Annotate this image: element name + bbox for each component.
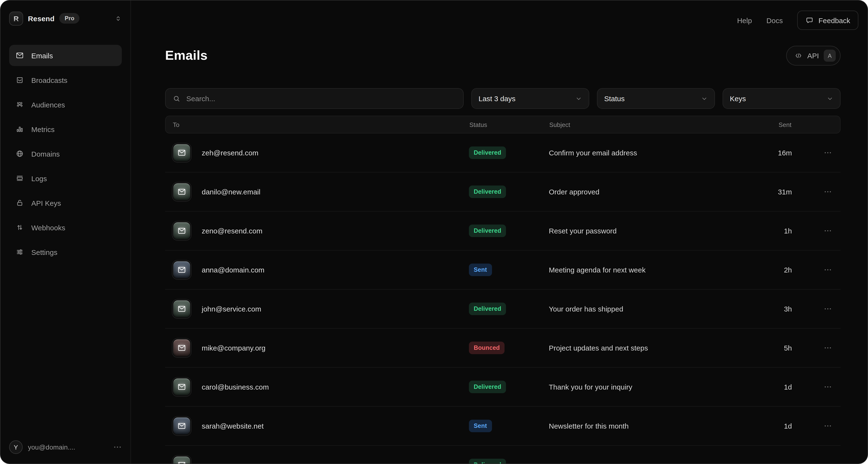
email-subject: Order approved	[549, 188, 599, 196]
table-row[interactable]: zeno@resend.comDeliveredReset your passw…	[165, 211, 841, 251]
sidebar-item-audiences[interactable]: Audiences	[9, 94, 122, 115]
email-envelope-icon	[172, 143, 191, 162]
sidebar-item-settings[interactable]: Settings	[9, 241, 122, 263]
sent-time: 3h	[784, 305, 792, 313]
main-area: Help Docs Feedback Emails API A	[131, 0, 868, 464]
status-badge: Delivered	[469, 381, 506, 393]
user-menu-button[interactable]	[113, 443, 122, 452]
recipient-email: john@service.com	[202, 305, 261, 313]
table-row[interactable]: mike@company.orgBouncedProject updates a…	[165, 328, 841, 368]
topbar: Help Docs Feedback	[737, 10, 858, 30]
recipient-email: sarah@website.net	[202, 422, 264, 430]
row-menu-button[interactable]	[824, 227, 833, 235]
row-menu-button[interactable]	[824, 344, 833, 352]
chevron-down-icon	[701, 95, 708, 102]
chevron-down-icon	[827, 95, 833, 102]
feedback-button[interactable]: Feedback	[797, 10, 858, 30]
chevron-updown-icon	[115, 15, 122, 22]
status-filter[interactable]: Status	[597, 88, 715, 109]
row-menu-button[interactable]	[824, 383, 833, 391]
emails-table: To Status Subject Sent zeh@resend.comDel…	[165, 116, 841, 464]
feedback-button-label: Feedback	[818, 16, 850, 24]
recipient-email: zeh@resend.com	[202, 149, 258, 157]
arrows-icon	[16, 223, 24, 232]
table-row[interactable]: Delivered	[165, 446, 841, 464]
keys-filter[interactable]: Keys	[723, 88, 841, 109]
date-range-filter-label: Last 3 days	[478, 94, 515, 103]
api-button[interactable]: API A	[786, 46, 841, 65]
sidebar-item-metrics[interactable]: Metrics	[9, 119, 122, 140]
sidebar-item-api-keys[interactable]: API Keys	[9, 192, 122, 213]
table-header: To Status Subject Sent	[165, 116, 841, 134]
sent-time: 1h	[784, 227, 792, 235]
recipient-email: zeno@resend.com	[202, 227, 262, 235]
sent-time: 1d	[784, 422, 792, 430]
email-subject: Meeting agenda for next week	[549, 266, 646, 274]
api-button-label: API	[807, 52, 819, 60]
table-row[interactable]: zeh@resend.comDeliveredConfirm your emai…	[165, 134, 841, 173]
email-envelope-icon	[172, 222, 191, 240]
code-icon	[794, 52, 803, 60]
status-badge: Sent	[469, 264, 492, 276]
sidebar-item-emails[interactable]: Emails	[9, 45, 122, 66]
status-badge: Bounced	[469, 342, 504, 354]
sidebar-item-webhooks[interactable]: Webhooks	[9, 217, 122, 238]
row-menu-button[interactable]	[824, 305, 833, 313]
search-input[interactable]	[186, 94, 456, 103]
app-window: R Resend Pro EmailsBroadcastsAudiencesMe…	[0, 0, 868, 464]
row-menu-button[interactable]	[824, 422, 833, 430]
sidebar-item-label: Logs	[31, 174, 47, 182]
table-row[interactable]: john@service.comDeliveredYour order has …	[165, 290, 841, 328]
date-range-filter[interactable]: Last 3 days	[471, 88, 589, 109]
column-header-sent: Sent	[779, 121, 792, 128]
sidebar-item-logs[interactable]: Logs	[9, 168, 122, 189]
email-envelope-icon	[172, 416, 191, 435]
api-shortcut-key: A	[824, 50, 836, 62]
table-row[interactable]: danilo@new.emailDeliveredOrder approved3…	[165, 173, 841, 211]
logs-icon	[16, 174, 24, 183]
sidebar-item-label: Webhooks	[31, 223, 65, 232]
sidebar-item-broadcasts[interactable]: Broadcasts	[9, 69, 122, 91]
table-row[interactable]: sarah@website.netSentNewsletter for this…	[165, 407, 841, 446]
help-link[interactable]: Help	[737, 16, 752, 24]
table-row[interactable]: anna@domain.comSentMeeting agenda for ne…	[165, 251, 841, 290]
email-envelope-icon	[172, 339, 191, 357]
recipient-email: anna@domain.com	[202, 266, 265, 274]
table-row[interactable]: carol@business.comDeliveredThank you for…	[165, 368, 841, 407]
filters-row: Last 3 days Status Keys	[165, 88, 841, 109]
row-menu-button[interactable]	[824, 149, 833, 157]
docs-link[interactable]: Docs	[767, 16, 783, 24]
email-subject: Project updates and next steps	[549, 344, 648, 352]
email-envelope-icon	[172, 299, 191, 318]
status-badge: Sent	[469, 420, 492, 432]
status-badge: Delivered	[469, 225, 506, 237]
sidebar-item-label: Settings	[31, 248, 57, 256]
search-box	[165, 88, 464, 109]
status-filter-label: Status	[604, 94, 625, 103]
sidebar-item-domains[interactable]: Domains	[9, 143, 122, 164]
sidebar-nav: EmailsBroadcastsAudiencesMetricsDomainsL…	[9, 45, 122, 263]
email-envelope-icon	[172, 260, 191, 279]
page-title: Emails	[165, 48, 208, 63]
email-envelope-icon	[172, 456, 191, 464]
row-menu-button[interactable]	[824, 188, 833, 196]
column-header-to: To	[173, 121, 179, 128]
chevron-down-icon	[575, 95, 582, 102]
email-envelope-icon	[172, 182, 191, 201]
status-badge: Delivered	[469, 302, 506, 315]
column-header-subject: Subject	[549, 121, 570, 128]
user-email: you@domain....	[28, 443, 75, 451]
recipient-email: danilo@new.email	[202, 188, 260, 196]
resend-logo-letter: R	[13, 14, 19, 22]
user-account-row[interactable]: Y you@domain....	[9, 438, 122, 456]
email-subject: Newsletter for this month	[549, 422, 629, 430]
speech-bubble-icon	[805, 16, 814, 24]
sent-time: 2h	[784, 266, 792, 274]
table-body: zeh@resend.comDeliveredConfirm your emai…	[165, 134, 841, 464]
workspace-switcher[interactable]: R Resend Pro	[9, 9, 122, 28]
sidebar-item-label: Domains	[31, 150, 60, 158]
row-menu-button[interactable]	[824, 266, 833, 274]
content: Emails API A Last 3 days Status	[131, 46, 868, 464]
recipient-email: carol@business.com	[202, 383, 269, 391]
row-menu-button[interactable]	[824, 461, 833, 464]
